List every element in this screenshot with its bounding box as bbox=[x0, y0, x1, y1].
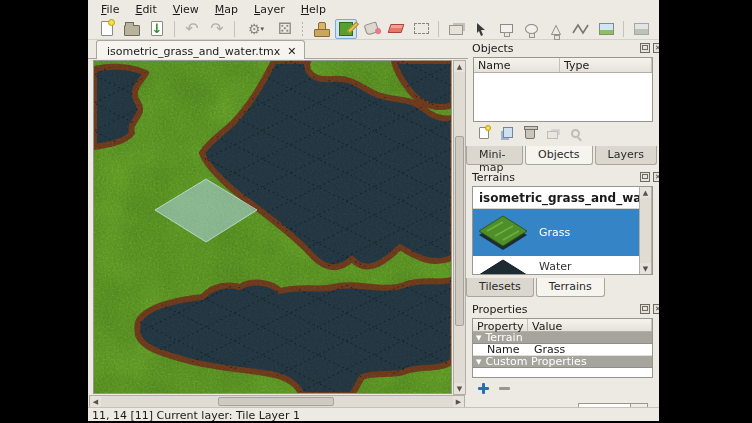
objects-toolbar bbox=[475, 125, 584, 141]
terrain-item-water[interactable]: Water bbox=[473, 256, 652, 275]
rect-select-icon bbox=[414, 23, 429, 34]
document-tab-bar: isometric_grass_and_water.tmx ✕ bbox=[88, 40, 468, 59]
properties-table: Property Value ▼ Terrain Name Grass ▼ Cu… bbox=[472, 318, 653, 378]
tab-layers[interactable]: Layers bbox=[595, 146, 657, 165]
float-dock-icon[interactable] bbox=[640, 304, 650, 314]
objects-group-button[interactable] bbox=[445, 19, 467, 39]
float-dock-icon[interactable] bbox=[640, 172, 650, 182]
vscroll-thumb[interactable] bbox=[455, 136, 464, 326]
tab-minimap[interactable]: Mini-map bbox=[466, 146, 523, 165]
terrains-scrollbar[interactable]: ▲ ▼ bbox=[639, 187, 652, 274]
terrains-list: isometric_grass_and_water Grass Water ▲ … bbox=[472, 186, 653, 275]
menu-file[interactable]: File bbox=[94, 1, 126, 18]
scroll-down-icon[interactable]: ▼ bbox=[454, 383, 465, 394]
goto-object-button[interactable] bbox=[567, 125, 584, 141]
document-tab[interactable]: isometric_grass_and_water.tmx ✕ bbox=[96, 40, 305, 59]
scroll-right-icon[interactable]: ▶ bbox=[453, 396, 464, 407]
open-file-button[interactable] bbox=[121, 19, 143, 39]
isometric-map bbox=[94, 61, 452, 394]
close-dock-icon[interactable]: ✕ bbox=[653, 304, 659, 314]
grass-tile-icon bbox=[477, 214, 529, 252]
properties-dock-title: Properties bbox=[472, 303, 637, 316]
tab-objects[interactable]: Objects bbox=[525, 146, 593, 165]
stamp-icon bbox=[314, 22, 329, 36]
add-property-button[interactable] bbox=[476, 382, 491, 395]
rect-select-button[interactable] bbox=[410, 19, 432, 39]
stamp-brush-button[interactable] bbox=[310, 19, 332, 39]
eraser-icon bbox=[388, 24, 405, 33]
menu-layer[interactable]: Layer bbox=[247, 1, 292, 18]
objects-list[interactable]: Name Type bbox=[473, 57, 653, 122]
scroll-down-icon[interactable]: ▼ bbox=[640, 263, 651, 274]
remove-property-button[interactable] bbox=[497, 382, 512, 395]
map-canvas[interactable] bbox=[93, 60, 452, 394]
scroll-up-icon[interactable]: ▲ bbox=[640, 187, 651, 198]
map-image-button[interactable] bbox=[630, 19, 652, 39]
remove-object-button[interactable] bbox=[521, 125, 538, 141]
terrain-item-label: Grass bbox=[539, 226, 570, 239]
tab-terrains[interactable]: Terrains bbox=[536, 278, 605, 297]
terrain-item-label: Water bbox=[539, 260, 572, 273]
objects-dock-titlebar: Objects ✕ bbox=[472, 40, 659, 56]
save-button[interactable]: ↓ bbox=[146, 19, 168, 39]
new-object-icon bbox=[479, 127, 489, 139]
commands-button[interactable]: ⚙▾ bbox=[241, 19, 271, 39]
bucket-fill-icon bbox=[363, 21, 379, 35]
menu-view[interactable]: View bbox=[166, 1, 206, 18]
minus-icon bbox=[499, 387, 510, 390]
close-dock-icon[interactable]: ✕ bbox=[653, 43, 659, 53]
select-objects-button[interactable] bbox=[470, 19, 492, 39]
objects-col-name[interactable]: Name bbox=[474, 58, 560, 72]
redo-button[interactable]: ↷ bbox=[206, 19, 228, 39]
tab-close-icon[interactable]: ✕ bbox=[287, 45, 296, 58]
map-vertical-scrollbar[interactable]: ▲ ▼ bbox=[453, 60, 466, 395]
select-arrow-icon bbox=[473, 21, 489, 37]
collapse-icon[interactable]: ▼ bbox=[476, 358, 481, 366]
scroll-left-icon[interactable]: ◀ bbox=[90, 396, 101, 407]
screen: File Edit View Map Layer Help ↓ ↶ ↷ ⚙▾ ⚄… bbox=[0, 0, 752, 423]
menu-map[interactable]: Map bbox=[208, 1, 245, 18]
float-dock-icon[interactable] bbox=[640, 43, 650, 53]
undo-button[interactable]: ↶ bbox=[181, 19, 203, 39]
bucket-fill-button[interactable] bbox=[360, 19, 382, 39]
new-file-button[interactable] bbox=[96, 19, 118, 39]
insert-polygon-button[interactable]: △ bbox=[545, 19, 567, 39]
magnifier-icon bbox=[571, 129, 580, 138]
scroll-up-icon[interactable]: ▲ bbox=[454, 61, 465, 72]
terrain-item-grass[interactable]: Grass bbox=[473, 209, 652, 256]
dock-tabbar-bottom: Tilesets Terrains bbox=[466, 278, 607, 297]
insert-ellipse-button[interactable] bbox=[520, 19, 542, 39]
prop-col-property[interactable]: Property bbox=[473, 319, 528, 331]
terrain-brush-button[interactable] bbox=[335, 19, 357, 39]
insert-rectangle-button[interactable] bbox=[495, 19, 517, 39]
prop-col-value[interactable]: Value bbox=[528, 319, 652, 331]
eraser-button[interactable] bbox=[385, 19, 407, 39]
prop-group-custom[interactable]: ▼ Custom Properties bbox=[473, 356, 652, 368]
menu-bar: File Edit View Map Layer Help bbox=[88, 0, 659, 18]
redo-icon: ↷ bbox=[210, 21, 223, 37]
polygon-object-icon: △ bbox=[551, 22, 561, 35]
duplicate-object-button[interactable] bbox=[498, 125, 515, 141]
close-dock-icon[interactable]: ✕ bbox=[653, 172, 659, 182]
status-text: 11, 14 [11] Current layer: Tile Layer 1 bbox=[92, 409, 300, 421]
new-object-button[interactable] bbox=[475, 125, 492, 141]
main-toolbar: ↓ ↶ ↷ ⚙▾ ⚄ △ bbox=[88, 18, 659, 40]
insert-tile-object-button[interactable] bbox=[595, 19, 617, 39]
menu-help[interactable]: Help bbox=[294, 1, 333, 18]
insert-polyline-button[interactable] bbox=[570, 19, 592, 39]
trash-icon bbox=[525, 128, 535, 139]
hscroll-thumb[interactable] bbox=[218, 397, 334, 406]
collapse-icon[interactable]: ▼ bbox=[476, 334, 481, 342]
random-mode-button[interactable]: ⚄ bbox=[274, 19, 296, 39]
objects-col-type[interactable]: Type bbox=[560, 58, 652, 72]
move-objects-icon bbox=[547, 131, 558, 139]
dock-tabbar-top: Mini-map Objects Layers bbox=[466, 146, 659, 165]
properties-toolbar bbox=[476, 382, 512, 395]
properties-dock-titlebar: Properties ✕ bbox=[472, 301, 659, 317]
gears-icon: ⚙ bbox=[248, 22, 261, 36]
duplicate-icon bbox=[503, 127, 513, 138]
menu-edit[interactable]: Edit bbox=[128, 1, 163, 18]
move-object-button[interactable] bbox=[544, 125, 561, 141]
tab-tilesets[interactable]: Tilesets bbox=[466, 278, 534, 297]
frame-icon bbox=[449, 25, 463, 35]
